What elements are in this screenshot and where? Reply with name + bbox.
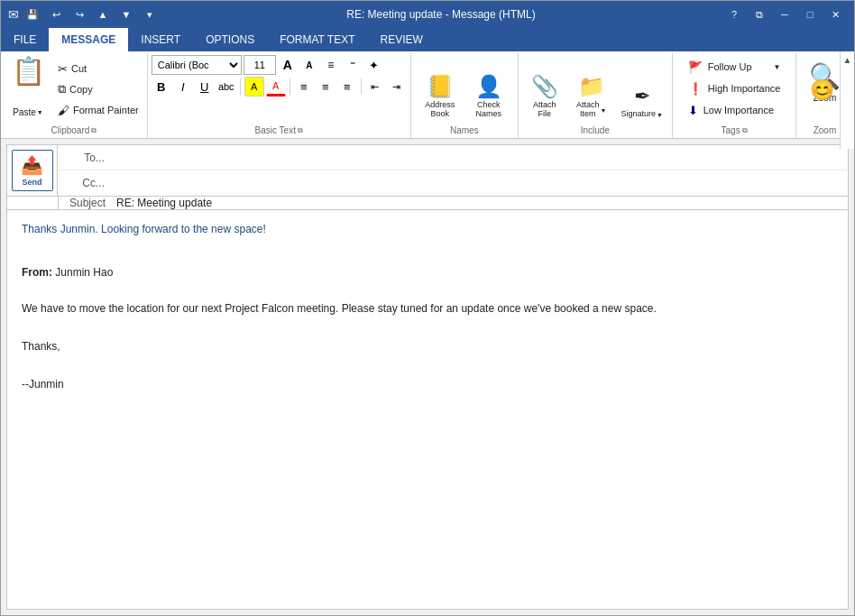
compose-area: 📤 Send To... Cc... Subject R xyxy=(1,139,854,615)
save-qat-button[interactable]: 💾 xyxy=(23,5,42,24)
italic-button[interactable]: I xyxy=(173,77,193,97)
ribbon-content: 📋 Paste ▼ ✂ Cut ⧉ xyxy=(1,51,854,139)
compose-header: 📤 Send To... Cc... xyxy=(6,144,849,197)
follow-up-button[interactable]: 🚩 Follow Up ▼ xyxy=(682,57,787,77)
clear-formatting-button[interactable]: ✦ xyxy=(364,55,384,75)
from-label: From: xyxy=(22,266,52,279)
names-group-label: Names xyxy=(415,124,514,138)
names-content: 📒 AddressBook 👤 CheckNames xyxy=(415,55,514,124)
grow-font-button[interactable]: A xyxy=(278,55,298,75)
clipboard-group-label: Clipboard ⧉ xyxy=(5,124,143,138)
tags-buttons: 🚩 Follow Up ▼ ❗ High Importance ⬇ Low Im… xyxy=(676,55,793,122)
copy-label: Copy xyxy=(69,84,93,95)
high-importance-label: High Importance xyxy=(708,83,781,94)
format-painter-button[interactable]: 🖌 Format Painter xyxy=(53,100,143,120)
help-button[interactable]: ? xyxy=(722,5,746,23)
attach-file-icon: 📎 xyxy=(531,74,558,99)
cut-icon: ✂ xyxy=(58,62,68,76)
thanks-text: Thanks, xyxy=(22,338,833,354)
align-left-button[interactable]: ≡ xyxy=(294,77,314,97)
app-icon: ✉ xyxy=(8,7,19,22)
tab-bar: FILE MESSAGE INSERT OPTIONS FORMAT TEXT … xyxy=(1,28,854,51)
shrink-font-button[interactable]: A xyxy=(299,55,319,75)
email-body[interactable]: Thanks Junmin. Looking forward to the ne… xyxy=(6,210,849,610)
tab-options[interactable]: OPTIONS xyxy=(193,28,267,51)
include-group-label: Include xyxy=(522,124,668,138)
underline-button[interactable]: U xyxy=(195,77,215,97)
tab-insert[interactable]: INSERT xyxy=(128,28,193,51)
font-size-input[interactable] xyxy=(244,55,276,75)
increase-indent-button[interactable]: ⇥ xyxy=(387,77,407,97)
check-names-button[interactable]: 👤 CheckNames xyxy=(465,57,512,122)
redo-qat-button[interactable]: ↪ xyxy=(69,5,89,24)
cc-button[interactable]: Cc... xyxy=(58,177,112,189)
format-bar: Calibri (Boc A A ≡ ⁼ ✦ B I xyxy=(152,55,407,97)
bold-button[interactable]: B xyxy=(152,77,171,97)
ribbon-group-tags: 🚩 Follow Up ▼ ❗ High Importance ⬇ Low Im… xyxy=(673,53,797,138)
smiley-icon: 😊 xyxy=(810,78,834,102)
to-button[interactable]: To... xyxy=(58,152,112,164)
address-book-button[interactable]: 📒 AddressBook xyxy=(417,57,464,122)
bullet-list-button[interactable]: ≡ xyxy=(321,55,341,75)
strikethrough-button[interactable]: abc xyxy=(216,77,236,97)
more-qat-button[interactable]: ▾ xyxy=(140,5,160,24)
send-column: 📤 Send xyxy=(6,144,57,197)
ribbon-group-basic-text: Calibri (Boc A A ≡ ⁼ ✦ B I xyxy=(148,53,411,138)
from-line: From: Junmin Hao xyxy=(22,264,833,280)
align-right-button[interactable]: ≡ xyxy=(337,77,357,97)
cut-button[interactable]: ✂ Cut xyxy=(53,59,143,78)
paste-label: Paste xyxy=(13,107,36,117)
cc-input[interactable] xyxy=(112,171,848,195)
font-family-select[interactable]: Calibri (Boc xyxy=(152,55,242,75)
down-qat-button[interactable]: ▼ xyxy=(116,5,136,24)
copy-button[interactable]: ⧉ Copy xyxy=(53,79,143,99)
attach-item-button[interactable]: 📁 AttachItem ▼ xyxy=(567,57,616,122)
address-fields: To... Cc... xyxy=(57,144,849,197)
maximize-button[interactable]: □ xyxy=(798,5,822,23)
numbered-list-button[interactable]: ⁼ xyxy=(343,55,363,75)
send-button[interactable]: 📤 Send xyxy=(12,150,53,191)
title-bar-left: ✉ 💾 ↩ ↪ ▲ ▼ ▾ xyxy=(8,5,160,24)
align-center-button[interactable]: ≡ xyxy=(316,77,336,97)
close-button[interactable]: ✕ xyxy=(823,5,847,23)
signature-button[interactable]: ✒ Signature ▼ xyxy=(618,57,667,122)
tags-content: 🚩 Follow Up ▼ ❗ High Importance ⬇ Low Im… xyxy=(676,55,793,124)
check-names-icon: 👤 xyxy=(475,74,502,99)
separator-3 xyxy=(361,78,362,95)
reply-text: Thanks Junmin. Looking forward to the ne… xyxy=(22,221,833,237)
tab-file[interactable]: FILE xyxy=(1,28,49,51)
low-importance-button[interactable]: ⬇ Low Importance xyxy=(682,100,787,120)
ribbon-collapse-button[interactable]: ▲ xyxy=(840,51,854,149)
address-book-icon: 📒 xyxy=(427,74,454,99)
follow-up-label: Follow Up xyxy=(708,61,752,72)
high-importance-button[interactable]: ❗ High Importance xyxy=(682,78,787,98)
include-content: 📎 AttachFile 📁 AttachItem ▼ ✒ Signatu xyxy=(522,55,668,124)
follow-up-icon: 🚩 xyxy=(688,60,703,74)
restore-button[interactable]: ⧉ xyxy=(748,5,771,23)
decrease-indent-button[interactable]: ⇤ xyxy=(365,77,385,97)
subject-value[interactable]: RE: Meeting update xyxy=(113,197,848,209)
tab-message[interactable]: MESSAGE xyxy=(49,28,128,51)
clipboard-expander-icon[interactable]: ⧉ xyxy=(91,126,97,135)
up-qat-button[interactable]: ▲ xyxy=(93,5,113,24)
paste-arrow-icon: ▼ xyxy=(37,109,43,115)
tab-review[interactable]: REVIEW xyxy=(368,28,436,51)
to-field-row: To... xyxy=(58,145,848,170)
tab-format-text[interactable]: FORMAT TEXT xyxy=(267,28,367,51)
attach-file-button[interactable]: 📎 AttachFile xyxy=(524,57,565,122)
ribbon: 📋 Paste ▼ ✂ Cut ⧉ xyxy=(1,51,854,139)
send-label: Send xyxy=(22,178,41,187)
tags-expander-icon[interactable]: ⧉ xyxy=(742,126,748,135)
font-color-button[interactable]: A xyxy=(266,77,286,97)
highlight-button[interactable]: A xyxy=(244,77,264,97)
basic-text-group-label: Basic Text ⧉ xyxy=(152,124,407,138)
window-controls: ? ⧉ ─ □ ✕ xyxy=(722,5,847,23)
undo-qat-button[interactable]: ↩ xyxy=(46,5,66,24)
format-row-2: B I U abc A A ≡ ≡ ≡ ⇤ xyxy=(152,77,407,97)
ribbon-group-include: 📎 AttachFile 📁 AttachItem ▼ ✒ Signatu xyxy=(519,53,673,138)
to-input[interactable] xyxy=(112,146,848,170)
minimize-button[interactable]: ─ xyxy=(773,5,796,23)
basic-text-expander-icon[interactable]: ⧉ xyxy=(298,126,303,135)
paste-button[interactable]: 📋 Paste ▼ xyxy=(5,55,51,118)
from-name: Junmin Hao xyxy=(55,266,113,279)
